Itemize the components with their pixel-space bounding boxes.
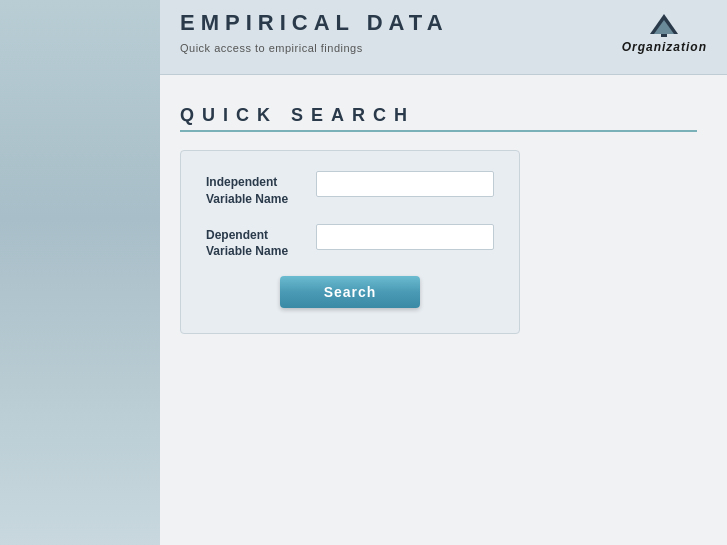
quick-search-heading: QUICK SEARCH xyxy=(180,105,697,132)
main-content: EMPIRICAL DATA Quick access to empirical… xyxy=(160,0,727,545)
search-button-row: Search xyxy=(206,276,494,308)
search-form-box: Independent Variable Name Dependent Vari… xyxy=(180,150,520,334)
independent-variable-input[interactable] xyxy=(316,171,494,197)
page-title: EMPIRICAL DATA xyxy=(180,10,449,36)
independent-variable-group: Independent Variable Name xyxy=(206,171,494,208)
header-left: EMPIRICAL DATA Quick access to empirical… xyxy=(180,10,449,54)
header: EMPIRICAL DATA Quick access to empirical… xyxy=(160,0,727,75)
search-button[interactable]: Search xyxy=(280,276,420,308)
dependent-variable-input[interactable] xyxy=(316,224,494,250)
svg-rect-2 xyxy=(661,34,667,37)
organization-logo: Organization xyxy=(622,12,707,54)
logo-text: Organization xyxy=(622,40,707,54)
dependent-variable-group: Dependent Variable Name xyxy=(206,224,494,261)
page-subtitle: Quick access to empirical findings xyxy=(180,42,449,54)
page-body: QUICK SEARCH Independent Variable Name D… xyxy=(160,75,727,545)
sidebar xyxy=(0,0,160,545)
logo-icon xyxy=(648,12,680,38)
dependent-variable-label: Dependent Variable Name xyxy=(206,224,316,261)
independent-variable-label: Independent Variable Name xyxy=(206,171,316,208)
